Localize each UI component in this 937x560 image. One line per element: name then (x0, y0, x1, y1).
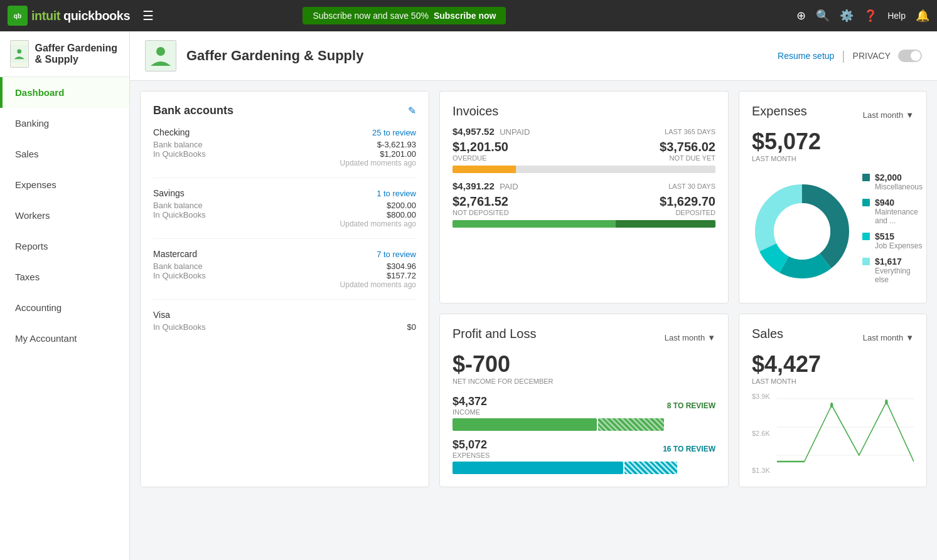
company-selector[interactable]: Gaffer Gardening & Supply (0, 31, 129, 77)
savings-bank-balance-row: Bank balance $200.00 (153, 201, 416, 210)
savings-qb-row: In QuickBooks $800.00 (153, 210, 416, 219)
expenses-bar-solid (452, 462, 623, 474)
quickbooks-logo-icon: qb (8, 6, 28, 26)
company-name: Gaffer Gardening & Supply (35, 43, 120, 65)
profit-loss-period: NET INCOME FOR DECEMBER (452, 378, 715, 385)
edit-bank-icon[interactable]: ✎ (408, 105, 416, 117)
svg-text:qb: qb (14, 13, 21, 19)
invoices-title: Invoices (452, 104, 715, 119)
income-to-review[interactable]: 8 TO REVIEW (667, 401, 715, 410)
sales-period-selector[interactable]: Last month ▼ (863, 333, 914, 342)
not-deposited-amount: $2,761.52 (452, 194, 509, 209)
savings-bank-balance: $200.00 (387, 201, 416, 210)
profit-loss-period-selector[interactable]: Last month ▼ (665, 333, 715, 342)
svg-point-5 (156, 47, 165, 56)
expenses-bar (452, 462, 715, 474)
sidebar-item-sales[interactable]: Sales (0, 139, 129, 169)
savings-to-review[interactable]: 1 to review (377, 189, 416, 198)
deposited-label: DEPOSITED (660, 209, 715, 216)
checking-to-review[interactable]: 25 to review (372, 128, 416, 137)
legend-item-job: $515 Job Expenses (862, 231, 923, 250)
expenses-bar-striped (624, 462, 677, 474)
expenses-pl-amount: $5,072 (452, 438, 490, 452)
sales-period-label: LAST MONTH (752, 378, 914, 385)
sidebar-item-my-accountant[interactable]: My Accountant (0, 323, 129, 354)
checking-bank-balance-row: Bank balance $-3,621.93 (153, 140, 416, 149)
not-deposited-label: NOT DEPOSITED (452, 209, 509, 216)
invoices-paid-amount: $4,391.22 (452, 181, 495, 191)
expenses-amount: $5,072 (752, 129, 914, 155)
overdue-amount: $1,201.50 (452, 140, 508, 154)
resume-setup-link[interactable]: Resume setup (778, 51, 834, 61)
svg-rect-2 (11, 45, 28, 63)
invoices-paid-period: LAST 30 DAYS (668, 182, 715, 190)
savings-qb-balance: $800.00 (387, 210, 416, 219)
mastercard-bank-balance-label: Bank balance (153, 262, 203, 271)
sidebar-item-taxes[interactable]: Taxes (0, 262, 129, 292)
chart-secondary-dot (885, 399, 887, 404)
hamburger-icon[interactable]: ☰ (142, 8, 154, 23)
sidebar-item-accounting[interactable]: Accounting (0, 292, 129, 323)
privacy-toggle[interactable] (898, 50, 922, 62)
legend-dot-misc (862, 174, 870, 181)
profit-loss-title: Profit and Loss (452, 327, 536, 341)
mastercard-name: Mastercard (153, 249, 197, 259)
sidebar-item-expenses[interactable]: Expenses (0, 169, 129, 200)
main-layout: Gaffer Gardening & Supply Dashboard Bank… (0, 31, 937, 560)
overdue-bar-fill (452, 166, 516, 173)
checking-qb-balance: $1,201.00 (380, 149, 416, 159)
chevron-down-icon: ▼ (906, 110, 914, 120)
income-amount: $4,372 (452, 395, 487, 408)
chart-svg-wrap (777, 393, 914, 474)
mastercard-qb-row: In QuickBooks $157.72 (153, 271, 416, 280)
not-due-amount: $3,756.02 (660, 140, 715, 154)
expenses-body: $2,000 Miscellaneous $940 Maintenance an… (752, 172, 914, 290)
savings-name: Savings (153, 188, 185, 198)
expenses-period-label: LAST MONTH (752, 155, 914, 162)
header-divider: | (842, 49, 845, 63)
legend-item-else: $1,617 Everything else (862, 256, 923, 284)
logo-text: intuit quickbooks (31, 9, 130, 23)
expenses-header: Expenses Last month ▼ (752, 104, 914, 126)
notification-bell-icon[interactable]: 🔔 (916, 9, 929, 23)
deposited-amount: $1,629.70 (660, 194, 715, 209)
savings-header: Savings 1 to review (153, 188, 416, 198)
search-icon[interactable]: 🔍 (816, 9, 830, 23)
legend-amount-maintenance: $940 (875, 198, 923, 208)
sidebar-item-workers[interactable]: Workers (0, 200, 129, 231)
legend-dot-maintenance (862, 199, 870, 206)
bank-accounts-card: Bank accounts ✎ Checking 25 to review Ba… (140, 91, 429, 487)
income-label: INCOME (452, 408, 487, 416)
invoices-unpaid-label: UNPAID (500, 127, 530, 137)
sidebar-item-dashboard[interactable]: Dashboard (0, 77, 129, 108)
invoices-card: Invoices $4,957.52 UNPAID LAST 365 DAYS … (439, 91, 729, 304)
expenses-card: Expenses Last month ▼ $5,072 LAST MONTH (739, 91, 927, 304)
top-nav: qb intuit quickbooks ☰ Subscribe now and… (0, 0, 937, 31)
privacy-label: PRIVACY (853, 51, 891, 61)
sidebar-nav: Dashboard Banking Sales Expenses Workers… (0, 77, 129, 560)
savings-qb-label: In QuickBooks (153, 210, 206, 219)
expenses-legend: $2,000 Miscellaneous $940 Maintenance an… (862, 172, 923, 290)
sidebar-item-banking[interactable]: Banking (0, 108, 129, 139)
subscribe-button[interactable]: Subscribe now (434, 11, 496, 21)
logo-area: qb intuit quickbooks (8, 6, 130, 26)
checking-bank-balance: $-3,621.93 (377, 140, 416, 149)
svg-point-11 (774, 203, 830, 260)
profit-loss-amount: $-700 (452, 351, 715, 378)
chart-labels: $3.9K $2.6K $1.3K (752, 393, 774, 474)
checking-header: Checking 25 to review (153, 127, 416, 137)
checking-qb-row: In QuickBooks $1,201.00 (153, 149, 416, 159)
settings-icon[interactable]: ⚙️ (840, 9, 854, 23)
expenses-period-selector[interactable]: Last month ▼ (863, 110, 914, 120)
sidebar-item-reports[interactable]: Reports (0, 231, 129, 262)
page-company-logo (145, 40, 176, 71)
legend-amount-job: $515 (875, 231, 922, 241)
plus-icon[interactable]: ⊕ (796, 9, 806, 23)
help-icon[interactable]: ❓ (864, 9, 877, 23)
expenses-title: Expenses (752, 104, 807, 119)
help-text[interactable]: Help (887, 11, 906, 21)
main-content: Gaffer Gardening & Supply Resume setup |… (130, 31, 937, 560)
expenses-to-review[interactable]: 16 TO REVIEW (663, 445, 715, 453)
sales-header: Sales Last month ▼ (752, 327, 914, 349)
mastercard-to-review[interactable]: 7 to review (377, 250, 416, 259)
